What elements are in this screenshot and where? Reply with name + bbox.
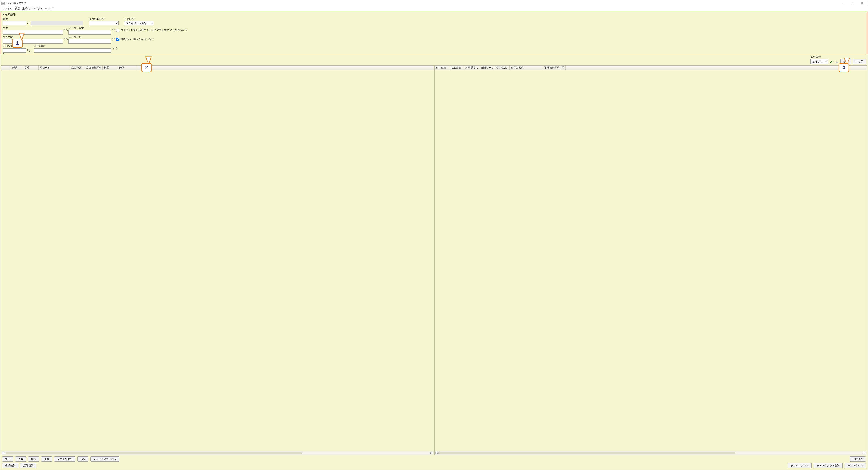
menu-bar: ファイル 設定 永続化プロパティ ヘルプ bbox=[0, 6, 868, 11]
col-header[interactable]: 品目名称 bbox=[39, 66, 70, 70]
hinmoku-name-label: 品目名称 bbox=[3, 35, 63, 39]
search-button[interactable]: 検索 bbox=[840, 59, 851, 64]
koukai-kubun-label: 公開区分 bbox=[124, 17, 156, 21]
results-left-pane: 製番 品番 品目名称 品目分類 品目種類区分 材質 処理 ◄ ► bbox=[1, 65, 434, 455]
copy-button[interactable]: 複製 bbox=[15, 457, 26, 462]
login-checkout-only-label: ログインしているIDでチェックアウト中のデータのみ表示 bbox=[121, 28, 187, 32]
col-header[interactable]: 基準通貨… bbox=[464, 66, 480, 70]
scroll-right-icon[interactable]: ► bbox=[430, 452, 433, 454]
menu-settings[interactable]: 設定 bbox=[15, 7, 20, 10]
svg-point-2 bbox=[27, 49, 29, 51]
seiban-name-display bbox=[31, 21, 83, 25]
maker-name-label: メーカー名 bbox=[68, 35, 111, 39]
col-header[interactable]: 加工単価 bbox=[450, 66, 464, 70]
scroll-right-icon[interactable]: ► bbox=[863, 452, 866, 454]
wildcard-hint: (* *) bbox=[64, 29, 68, 32]
col-header[interactable]: 品目種類区分 bbox=[85, 66, 103, 70]
col-header[interactable]: 製番 bbox=[11, 66, 23, 70]
wildcard-hint: (* *) bbox=[64, 38, 68, 41]
add-button[interactable]: 追加 bbox=[2, 457, 13, 462]
file-ref-button[interactable]: ファイル参照 bbox=[54, 457, 75, 462]
generic-search-label: 汎用検索 bbox=[34, 45, 111, 48]
search-header-label: 検索条件 bbox=[5, 13, 16, 17]
koukai-kubun-select[interactable]: プライベート優先 bbox=[124, 21, 154, 25]
checkout-cancel-button[interactable]: チェックアウト取消 bbox=[814, 463, 843, 468]
collapse-icon: ▼ bbox=[2, 13, 4, 16]
menu-help[interactable]: ヘルプ bbox=[45, 7, 53, 10]
maker-name-input[interactable] bbox=[68, 39, 111, 43]
wildcard-hint: (* *) bbox=[112, 38, 116, 41]
expand-icon[interactable]: ▼ bbox=[2, 52, 4, 54]
delete-button[interactable]: 削除 bbox=[28, 457, 39, 462]
maker-model-input[interactable] bbox=[68, 30, 111, 34]
hinmoku-kubun-label: 品目種類区分 bbox=[89, 17, 121, 21]
bottom-toolbar: 追加 複製 削除 採番 ファイル参照 履歴 チェックアウト状況 一時保存 構成編… bbox=[1, 455, 867, 470]
genka-button[interactable]: 原価積算 bbox=[20, 463, 36, 468]
hinmoku-kubun-select[interactable] bbox=[89, 21, 119, 25]
ext-condition-select[interactable]: 条件なし bbox=[810, 59, 828, 64]
row-selector-header[interactable] bbox=[1, 66, 11, 70]
col-header[interactable]: 処理 bbox=[118, 66, 137, 70]
svg-rect-0 bbox=[852, 2, 854, 4]
generic-target-label: 汎用検索対象項目 bbox=[3, 45, 32, 48]
scroll-left-icon[interactable]: ◄ bbox=[435, 452, 439, 454]
window-title: 部品・製品マスタ bbox=[6, 1, 26, 5]
kousei-button[interactable]: 構成編集 bbox=[2, 463, 18, 468]
hide-deleted-label: 削除部品・製品を表示しない bbox=[121, 37, 154, 41]
extended-conditions-row: 拡張条件 条件なし 検索 クリア 3 bbox=[1, 54, 867, 65]
col-header[interactable]: 発注先CD bbox=[495, 66, 509, 70]
left-grid-body[interactable] bbox=[1, 70, 434, 451]
clear-button[interactable]: クリア bbox=[852, 59, 866, 64]
left-grid-header: 製番 品番 品目名称 品目分類 品目種類区分 材質 処理 bbox=[1, 66, 434, 70]
ext-label: 拡張条件 bbox=[810, 55, 821, 59]
generic-target-lookup-icon[interactable] bbox=[27, 49, 30, 52]
checkout-button[interactable]: チェックアウト bbox=[788, 463, 812, 468]
results-area: 製番 品番 品目名称 品目分類 品目種類区分 材質 処理 ◄ ► bbox=[1, 65, 867, 455]
col-header[interactable]: 削除フラグ bbox=[480, 66, 495, 70]
menu-persist[interactable]: 永続化プロパティ bbox=[22, 7, 43, 10]
eraser-icon[interactable] bbox=[835, 60, 839, 64]
wildcard-hint: (* *) bbox=[113, 47, 117, 50]
seiban-lookup-icon[interactable] bbox=[27, 22, 30, 25]
history-button[interactable]: 履歴 bbox=[78, 457, 89, 462]
left-h-scrollbar[interactable]: ◄ ► bbox=[1, 451, 434, 454]
seiban-label: 製番 bbox=[3, 17, 86, 21]
window-minimize-button[interactable] bbox=[839, 0, 848, 6]
col-header[interactable]: 品目分類 bbox=[70, 66, 85, 70]
wildcard-hint: (* *) bbox=[112, 29, 116, 32]
search-panel: ▼ 検索条件 製番 bbox=[1, 12, 867, 54]
generic-target-input[interactable] bbox=[3, 48, 26, 53]
scroll-left-icon[interactable]: ◄ bbox=[2, 452, 5, 454]
saiban-button[interactable]: 採番 bbox=[41, 457, 52, 462]
generic-search-input[interactable] bbox=[34, 48, 111, 53]
results-right-pane: 発注単価 加工単価 基準通貨… 削除フラグ 発注先CD 発注先名称 手配状況区分… bbox=[434, 65, 867, 455]
seiban-input[interactable] bbox=[3, 21, 26, 25]
search-header[interactable]: ▼ 検索条件 bbox=[1, 12, 867, 17]
col-header[interactable]: 発注先名称 bbox=[509, 66, 543, 70]
checkout-status-button[interactable]: チェックアウト状況 bbox=[90, 457, 119, 462]
hinban-input[interactable] bbox=[3, 30, 63, 34]
col-header[interactable]: 材質 bbox=[103, 66, 118, 70]
hide-deleted-checkbox[interactable] bbox=[116, 38, 119, 41]
hinban-label: 品番 bbox=[3, 26, 63, 30]
col-header[interactable]: 発注単価 bbox=[435, 66, 450, 70]
temp-save-button[interactable]: 一時保存 bbox=[850, 457, 866, 462]
maker-model-label: メーカー型番 bbox=[68, 26, 111, 30]
app-icon: Cell bbox=[1, 2, 4, 5]
title-bar: Cell 部品・製品マスタ bbox=[0, 0, 868, 6]
right-grid-header: 発注単価 加工単価 基準通貨… 削除フラグ 発注先CD 発注先名称 手配状況区分… bbox=[435, 66, 867, 70]
window-close-button[interactable] bbox=[858, 0, 867, 6]
hinmoku-name-input[interactable] bbox=[3, 39, 63, 43]
right-h-scrollbar[interactable]: ◄ ► bbox=[435, 451, 867, 454]
svg-point-1 bbox=[27, 22, 29, 24]
col-header[interactable]: 品番 bbox=[23, 66, 39, 70]
login-checkout-only-checkbox[interactable] bbox=[116, 29, 119, 32]
checkin-button[interactable]: チェックイン bbox=[844, 463, 866, 468]
col-header[interactable]: 手 bbox=[561, 66, 565, 70]
right-grid-body[interactable] bbox=[435, 70, 867, 451]
window-maximize-button[interactable] bbox=[848, 0, 858, 6]
pencil-icon[interactable] bbox=[829, 60, 834, 64]
menu-file[interactable]: ファイル bbox=[2, 7, 12, 10]
col-header[interactable]: 手配状況区分 bbox=[543, 66, 561, 70]
